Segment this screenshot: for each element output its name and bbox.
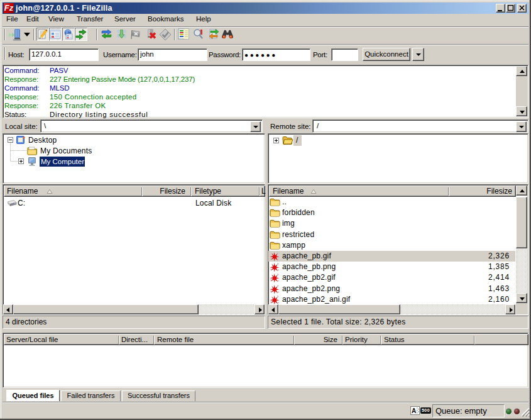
svg-text:A: A [412,407,416,414]
